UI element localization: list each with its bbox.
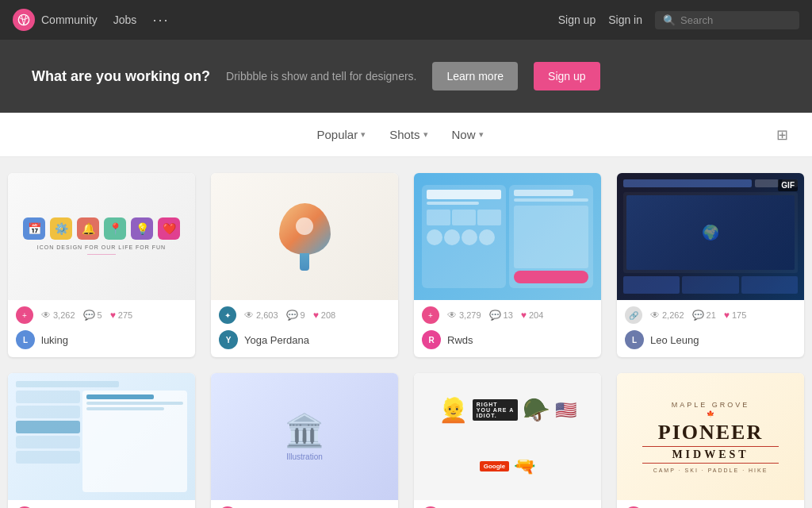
views-icon	[650, 310, 660, 321]
shot-action-plus[interactable]: ✦	[219, 306, 236, 324]
view-count: 2,262	[662, 310, 684, 320]
signin-link[interactable]: Sign in	[608, 13, 642, 26]
shot-card[interactable]: 🌍 GIF 🔗 2,262 21 175 L	[617, 173, 804, 357]
comment-count: 21	[707, 310, 716, 320]
shots-filter[interactable]: Shots ▾	[380, 121, 437, 148]
author-name: Rwds	[447, 334, 473, 346]
view-count: 2,603	[256, 310, 278, 320]
now-filter[interactable]: Now ▾	[442, 121, 493, 148]
shot-stats: + 2,450 11 220	[414, 500, 601, 508]
shot-stats: + 1,980 6 167	[211, 500, 398, 508]
more-menu[interactable]: ···	[152, 12, 169, 29]
popular-filter[interactable]: Popular ▾	[307, 121, 375, 148]
shot-author[interactable]: Y Yoga Perdana	[211, 327, 398, 357]
signup-link[interactable]: Sign up	[558, 13, 596, 26]
like-count: 204	[529, 310, 543, 320]
comment-icon	[692, 310, 704, 321]
hero-description: Dribbble is show and tell for designers.	[226, 70, 416, 83]
author-name: Leo Leung	[650, 334, 699, 346]
grid-toggle-button[interactable]: ⊞	[776, 126, 788, 144]
views-icon	[447, 310, 457, 321]
now-chevron-icon: ▾	[479, 129, 484, 140]
dribbble-logo[interactable]	[13, 9, 35, 31]
like-icon	[521, 310, 527, 321]
shot-author[interactable]: L Leo Leung	[617, 327, 804, 357]
search-box[interactable]: 🔍	[655, 11, 799, 29]
comment-count: 5	[98, 310, 102, 320]
like-count: 208	[321, 310, 335, 320]
now-label: Now	[452, 128, 476, 141]
popular-chevron-icon: ▾	[361, 129, 366, 140]
comment-icon	[286, 310, 298, 321]
author-avatar: R	[422, 330, 441, 349]
views-icon	[41, 310, 51, 321]
comment-count: 13	[504, 310, 513, 320]
author-avatar: Y	[219, 330, 238, 349]
shot-card[interactable]: 🏛️ Illustration + 1,980 6 167 U User6	[211, 373, 398, 508]
shot-card[interactable]: + 3,279 13 204 R Rwds	[414, 173, 601, 357]
shot-action-link[interactable]: 🔗	[625, 306, 642, 324]
author-avatar: L	[16, 330, 35, 349]
shot-card[interactable]: MAPLE GROVE 🍁 PIONEER MIDWEST CAMP · SKI…	[617, 373, 804, 508]
navbar-links: Community Jobs ···	[41, 12, 169, 29]
search-icon: 🔍	[663, 14, 676, 26]
shot-card[interactable]: 📅 ⚙️ 🔔 📍 💡 ❤️ ICON DESIGN FOR OUR LIFE F…	[8, 173, 195, 357]
shot-stats: 🔗 2,262 21 175	[617, 300, 804, 327]
filter-bar: Popular ▾ Shots ▾ Now ▾ ⊞	[0, 113, 812, 157]
comment-count: 9	[301, 310, 305, 320]
shot-thumbnail: 👱 RIGHTYOU ARE AIDIOT. 🪖 🇺🇸 Google 🔫	[414, 373, 601, 500]
shot-author[interactable]: R Rwds	[414, 327, 601, 357]
shot-action-plus[interactable]: +	[16, 306, 33, 324]
shot-action-plus[interactable]: +	[422, 306, 439, 324]
hero-question: What are you working on?	[32, 68, 210, 85]
shot-stats: + 2,100 8 190	[8, 500, 195, 508]
shots-container: 📅 ⚙️ 🔔 📍 💡 ❤️ ICON DESIGN FOR OUR LIFE F…	[0, 157, 812, 508]
like-count: 175	[732, 310, 746, 320]
shot-thumbnail: MAPLE GROVE 🍁 PIONEER MIDWEST CAMP · SKI…	[617, 373, 804, 500]
community-link[interactable]: Community	[41, 13, 98, 26]
author-name: Yoga Perdana	[244, 334, 309, 346]
shot-author[interactable]: L luking	[8, 327, 195, 357]
auth-links: Sign up Sign in 🔍	[558, 11, 799, 29]
shot-thumbnail: 🌍 GIF	[617, 173, 804, 300]
filter-tabs: Popular ▾ Shots ▾ Now ▾	[24, 121, 776, 148]
like-icon	[724, 310, 730, 321]
shots-label: Shots	[389, 128, 419, 141]
like-count: 275	[118, 310, 132, 320]
shot-stats: + 3,279 13 204	[414, 300, 601, 327]
shot-card[interactable]: 👱 RIGHTYOU ARE AIDIOT. 🪖 🇺🇸 Google 🔫 + 2…	[414, 373, 601, 508]
hero-signup-button[interactable]: Sign up	[534, 62, 599, 90]
like-icon	[313, 310, 319, 321]
hero-banner: What are you working on? Dribbble is sho…	[0, 40, 812, 113]
author-name: luking	[41, 334, 68, 346]
like-icon	[110, 310, 116, 321]
shot-stats: ✦ 2,603 9 208	[211, 300, 398, 327]
comment-icon	[489, 310, 501, 321]
shot-stats: + 3,262 5 275	[8, 300, 195, 327]
search-input[interactable]	[680, 14, 791, 26]
shots-chevron-icon: ▾	[423, 129, 428, 140]
comment-icon	[83, 310, 95, 321]
shot-thumbnail	[8, 373, 195, 500]
shot-thumbnail	[211, 173, 398, 300]
shot-stats: + 1,876 4 143	[617, 500, 804, 508]
author-avatar: L	[625, 330, 644, 349]
shot-thumbnail: 🏛️ Illustration	[211, 373, 398, 500]
view-count: 3,279	[459, 310, 481, 320]
jobs-link[interactable]: Jobs	[113, 13, 137, 26]
gif-badge: GIF	[778, 179, 798, 191]
views-icon	[244, 310, 254, 321]
view-count: 3,262	[53, 310, 75, 320]
shot-thumbnail: 📅 ⚙️ 🔔 📍 💡 ❤️ ICON DESIGN FOR OUR LIFE F…	[8, 173, 195, 300]
shot-card[interactable]: + 2,100 8 190 U User5	[8, 373, 195, 508]
navbar: Community Jobs ··· Sign up Sign in 🔍	[0, 0, 812, 40]
shot-thumbnail	[414, 173, 601, 300]
shot-card[interactable]: ✦ 2,603 9 208 Y Yoga Perdana	[211, 173, 398, 357]
learn-more-button[interactable]: Learn more	[432, 62, 518, 90]
popular-label: Popular	[316, 128, 358, 141]
shots-grid: 📅 ⚙️ 🔔 📍 💡 ❤️ ICON DESIGN FOR OUR LIFE F…	[8, 173, 804, 508]
